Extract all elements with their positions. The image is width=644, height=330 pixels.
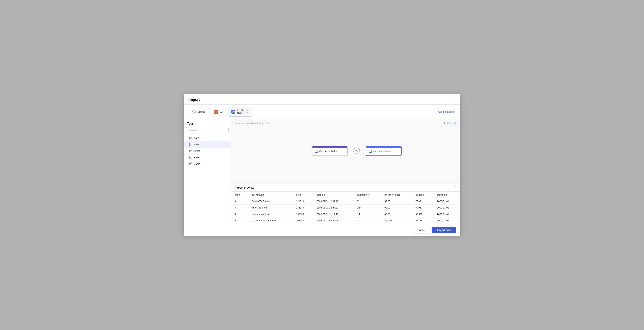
cell-listtime: 2008-01-01 11:17:16 <box>314 211 354 218</box>
connector-line-left <box>348 150 354 151</box>
sidebar-list: date event listing <box>184 135 231 224</box>
col-listid: listid <box>293 192 314 198</box>
col-listtime: listtime <box>314 192 354 198</box>
cell-listid: 146839 <box>293 204 314 211</box>
table-icon <box>190 136 192 140</box>
query-area: Autosaved 11/18/21 at 8:30:37 AM Edit in… <box>231 119 460 184</box>
s3-icon: S3 <box>214 110 218 114</box>
col-numtickets: numtickets <box>354 192 381 198</box>
svg-rect-21 <box>315 150 318 152</box>
redshift-source-button[interactable]: Redshift Test ⋮ <box>228 107 252 116</box>
svg-point-24 <box>355 150 356 152</box>
cell-listtime: 2008-01-01 12:37:20 <box>314 204 354 211</box>
col-eventname: eventname <box>248 192 293 198</box>
modal-footer: Cancel Import Data <box>184 224 460 236</box>
node-event[interactable]: dev.public.event <box>366 146 402 156</box>
node-listing[interactable]: dev.public.listing <box>312 146 348 156</box>
main-body: Test date event <box>184 119 460 224</box>
cell-starttime: 2008-01-01 <box>434 198 460 204</box>
cell-eventname: Return To Forever <box>248 198 293 204</box>
sidebar-item-date[interactable]: date <box>184 135 231 141</box>
preview-title: Import preview <box>235 186 254 189</box>
cell-listid: 206280 <box>293 218 314 224</box>
svg-point-5 <box>233 111 234 112</box>
connector-line-right <box>360 150 366 151</box>
upload-label: Upload <box>198 110 206 113</box>
table-icon-event <box>369 150 372 153</box>
cell-listtime: 2008-01-01 06:38:45 <box>314 218 354 224</box>
cell-eventname: The King and I <box>248 204 293 211</box>
import-data-button[interactable]: Import Data <box>432 227 456 233</box>
cell-priceperticket: 823.00 <box>381 218 412 224</box>
sidebar-item-listing[interactable]: listing <box>184 148 231 154</box>
sidebar-item-label-listing: listing <box>194 150 200 152</box>
cell-sellerid: 3709 <box>412 198 434 204</box>
sidebar-item-sales[interactable]: sales <box>184 154 231 161</box>
add-connection-button[interactable]: Add connection <box>438 110 455 113</box>
cancel-button[interactable]: Cancel <box>413 227 430 234</box>
col-catid: catid <box>231 192 248 198</box>
table-icon <box>190 150 192 152</box>
svg-rect-6 <box>190 137 192 139</box>
node-listing-label: dev.public.listing <box>319 150 338 153</box>
cell-starttime: 2008-01-01 <box>434 204 460 211</box>
redshift-icon <box>231 110 235 114</box>
modal-header: Import × <box>184 94 460 104</box>
node-event-label: dev.public.event <box>373 150 391 153</box>
sidebar-item-label-users: users <box>194 162 200 165</box>
table-row: 9Hannah Montana1538352008-01-01 11:17:16… <box>231 211 460 218</box>
close-button[interactable]: × <box>451 97 455 102</box>
import-modal: Import × Upload S3 S3 <box>184 94 460 236</box>
cell-starttime: 2008-01-01 <box>434 211 460 218</box>
preview-table-wrapper[interactable]: catid eventname listid listtime numticke… <box>231 192 460 224</box>
cell-numtickets: 7 <box>354 198 381 204</box>
cell-catid: 9 <box>231 211 248 218</box>
collapse-button[interactable]: ⌃ <box>454 186 457 189</box>
s3-source-button[interactable]: S3 S3 <box>210 108 226 116</box>
sidebar-search-container <box>184 127 231 135</box>
table-row: 8La Damnation de Faust2062802008-01-01 0… <box>231 218 460 224</box>
connector-circle <box>354 148 360 154</box>
s3-label: S3 <box>220 110 222 113</box>
svg-rect-12 <box>190 150 192 152</box>
cell-catid: 6 <box>231 204 248 211</box>
table-row: 6The King and I1468392008-01-01 12:37:20… <box>231 204 460 211</box>
svg-rect-26 <box>369 150 372 152</box>
cell-priceperticket: 93.00 <box>381 204 412 211</box>
edit-in-sql-button[interactable]: Edit in SQL <box>444 122 457 124</box>
kebab-icon[interactable]: ⋮ <box>246 110 249 114</box>
sidebar-item-users[interactable]: users <box>184 161 231 167</box>
connector <box>348 148 366 154</box>
sidebar-item-event[interactable]: event <box>184 141 231 148</box>
search-input[interactable] <box>186 127 228 133</box>
cell-numtickets: 24 <box>354 204 381 211</box>
cell-eventname: Hannah Montana <box>248 211 293 218</box>
cell-listid: 153835 <box>293 211 314 218</box>
cell-starttime: 2008-01-01 <box>434 218 460 224</box>
cell-listtime: 2008-01-01 12:09:40 <box>314 198 354 204</box>
sidebar-title: Test <box>184 119 231 127</box>
sidebar-item-label-date: date <box>194 136 199 140</box>
redshift-sublabel: Redshift <box>237 109 244 112</box>
upload-icon <box>192 110 196 114</box>
upload-source-button[interactable]: Upload <box>189 108 209 116</box>
svg-point-25 <box>357 150 358 152</box>
svg-rect-9 <box>190 143 192 146</box>
table-icon <box>190 162 192 165</box>
node-listing-header <box>312 146 347 148</box>
cell-sellerid: 49537 <box>412 211 434 218</box>
cell-numtickets: 2 <box>354 218 381 224</box>
col-starttime: starttime <box>434 192 460 198</box>
svg-rect-15 <box>190 156 192 159</box>
cell-eventname: La Damnation de Faust <box>248 218 293 224</box>
cell-listid: 121610 <box>293 198 314 204</box>
sidebar-item-label-sales: sales <box>194 156 200 159</box>
cell-numtickets: 14 <box>354 211 381 218</box>
svg-text:S3: S3 <box>215 111 217 113</box>
table-row: 9Return To Forever1216102008-01-01 12:09… <box>231 198 460 204</box>
cell-catid: 8 <box>231 218 248 224</box>
cell-sellerid: 14754 <box>412 218 434 224</box>
preview-header: Import preview ⌃ <box>231 184 460 192</box>
cell-sellerid: 42967 <box>412 204 434 211</box>
preview-tbody: 9Return To Forever1216102008-01-01 12:09… <box>231 198 460 224</box>
